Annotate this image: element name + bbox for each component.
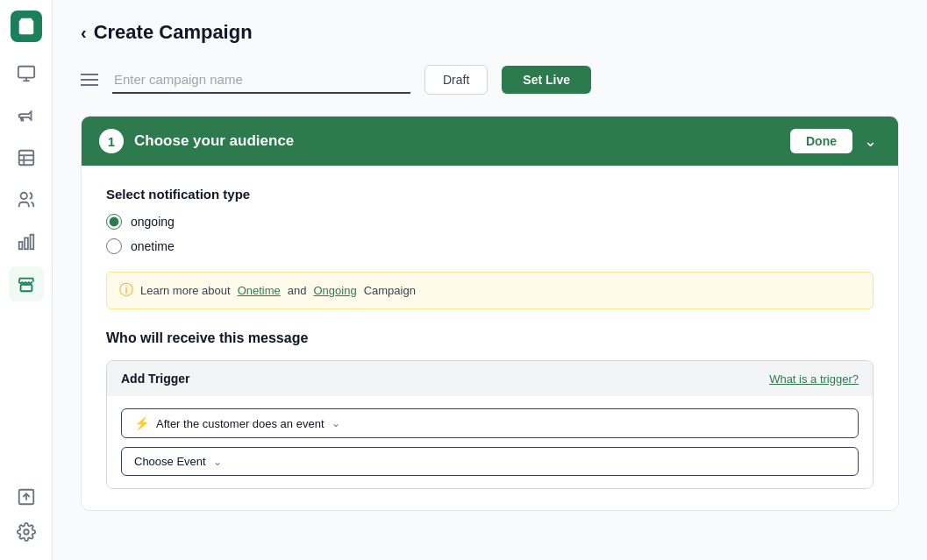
- trigger-dropdown-button[interactable]: ⚡ After the customer does an event ⌄: [121, 408, 859, 438]
- sidebar-item-upload[interactable]: [9, 479, 44, 514]
- info-text-after: Campaign: [364, 284, 416, 297]
- page-title: Create Campaign: [94, 21, 253, 44]
- back-chevron-icon: ‹: [81, 23, 87, 43]
- radio-ongoing-label: ongoing: [131, 215, 175, 229]
- svg-rect-11: [30, 235, 33, 250]
- section-header: 1 Choose your audience Done ⌄: [82, 117, 898, 166]
- done-button[interactable]: Done: [790, 129, 852, 153]
- settings-icon: [17, 522, 36, 542]
- trigger-box: Add Trigger What is a trigger? ⚡ After t…: [106, 360, 874, 489]
- info-text-mid: and: [288, 284, 307, 297]
- table-icon: [17, 148, 36, 167]
- step-number: 1: [99, 129, 124, 153]
- svg-rect-10: [25, 237, 28, 249]
- draft-button[interactable]: Draft: [424, 65, 488, 95]
- radio-onetime-label: onetime: [131, 239, 175, 253]
- trigger-header-title: Add Trigger: [121, 372, 190, 386]
- upload-icon: [17, 487, 36, 507]
- megaphone-icon: [17, 106, 36, 125]
- trigger-dropdown-label: After the customer does an event: [156, 417, 324, 430]
- svg-rect-4: [18, 151, 33, 166]
- bar-chart-icon: [17, 232, 36, 252]
- trigger-header: Add Trigger What is a trigger?: [107, 361, 873, 396]
- main-content: ‹ Create Campaign Draft Set Live 1 Choos…: [53, 0, 927, 560]
- svg-point-15: [24, 529, 29, 535]
- sidebar-item-users[interactable]: [9, 182, 44, 217]
- notification-type-title: Select notification type: [106, 187, 874, 202]
- sidebar-item-monitor[interactable]: [9, 56, 44, 91]
- ongoing-link[interactable]: Ongoing: [313, 284, 356, 297]
- radio-ongoing-input[interactable]: [106, 214, 122, 230]
- audience-section: 1 Choose your audience Done ⌄ Select not…: [81, 116, 899, 511]
- bolt-icon: ⚡: [134, 416, 149, 430]
- notification-type-radio-group: ongoing onetime: [106, 214, 874, 254]
- section-header-right: Done ⌄: [790, 129, 881, 153]
- what-is-trigger-link[interactable]: What is a trigger?: [769, 372, 859, 386]
- info-banner: ⓘ Learn more about Onetime and Ongoing C…: [106, 272, 874, 309]
- section-body: Select notification type ongoing onetime…: [82, 166, 898, 510]
- hamburger-icon[interactable]: [81, 74, 98, 86]
- shop-icon: [17, 274, 36, 294]
- onetime-link[interactable]: Onetime: [238, 284, 281, 297]
- radio-ongoing[interactable]: ongoing: [106, 214, 874, 230]
- sidebar: [0, 0, 53, 560]
- campaign-name-input[interactable]: [112, 67, 410, 94]
- shop-logo-icon: [17, 17, 36, 36]
- chevron-down-icon[interactable]: ⌄: [859, 131, 881, 152]
- sidebar-item-table[interactable]: [9, 140, 44, 175]
- sidebar-item-shop[interactable]: [9, 266, 44, 301]
- choose-event-label: Choose Event: [134, 455, 206, 468]
- sidebar-item-analytics[interactable]: [9, 224, 44, 259]
- set-live-button[interactable]: Set Live: [502, 66, 591, 94]
- monitor-icon: [17, 64, 36, 83]
- who-title: Who will receive this message: [106, 330, 874, 346]
- svg-rect-12: [20, 285, 32, 291]
- sidebar-item-campaigns[interactable]: [9, 98, 44, 133]
- svg-rect-1: [18, 67, 33, 78]
- sidebar-logo: [11, 11, 42, 42]
- page-header: ‹ Create Campaign: [81, 21, 899, 44]
- section-header-left: 1 Choose your audience: [99, 129, 294, 153]
- toolbar: Draft Set Live: [81, 65, 899, 95]
- radio-onetime[interactable]: onetime: [106, 238, 874, 254]
- svg-rect-9: [18, 242, 22, 249]
- info-text-before: Learn more about: [140, 284, 231, 297]
- choose-event-chevron-icon: ⌄: [213, 456, 222, 468]
- svg-point-8: [20, 193, 26, 199]
- back-button[interactable]: ‹: [81, 23, 87, 43]
- sidebar-item-settings[interactable]: [9, 514, 44, 549]
- users-icon: [17, 190, 36, 209]
- section-title: Choose your audience: [134, 132, 294, 150]
- radio-onetime-input[interactable]: [106, 238, 122, 254]
- choose-event-button[interactable]: Choose Event ⌄: [121, 447, 859, 476]
- trigger-body: ⚡ After the customer does an event ⌄ Cho…: [107, 396, 873, 488]
- trigger-dropdown-chevron-icon: ⌄: [332, 417, 340, 429]
- info-icon: ⓘ: [119, 281, 133, 300]
